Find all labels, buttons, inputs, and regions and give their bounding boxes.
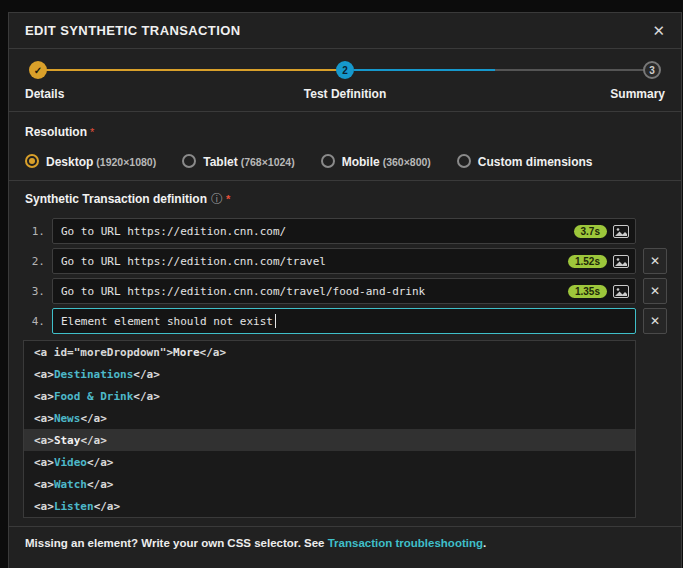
transaction-step-row-1: 1. Go to URL https://edition.cnn.com/ 3.… [23, 218, 667, 244]
radio-unselected-icon [457, 154, 471, 168]
radio-tablet[interactable]: Tablet(768×1024) [182, 152, 294, 170]
suggestion-item[interactable]: <a>News</a> [24, 407, 635, 429]
remove-step-button[interactable]: ✕ [643, 248, 667, 274]
resolution-section: Resolution* Desktop(1920×1080) Tablet(76… [9, 112, 681, 181]
required-asterisk: * [226, 193, 230, 205]
screenshot-icon[interactable] [613, 285, 629, 298]
step-input-1[interactable]: Go to URL https://edition.cnn.com/ 3.7s [52, 218, 636, 244]
step-details-circle[interactable]: ✓ [29, 61, 47, 79]
step-input-4-focused[interactable]: Element element should not exist [52, 308, 636, 334]
resolution-label: Resolution [25, 125, 87, 139]
step-number: 3. [23, 285, 45, 298]
step-number: 4. [23, 315, 45, 328]
dialog-title: EDIT SYNTHETIC TRANSACTION [25, 23, 241, 38]
resolution-radio-group: Desktop(1920×1080) Tablet(768×1024) Mobi… [25, 152, 665, 170]
edit-synthetic-transaction-dialog: EDIT SYNTHETIC TRANSACTION ✕ ✓ 2 3 Detai… [8, 12, 682, 568]
stepper-track-upcoming [495, 69, 645, 71]
duration-badge: 1.52s [568, 255, 607, 268]
definition-label: Synthetic Transaction definition [25, 192, 207, 206]
required-asterisk: * [90, 126, 94, 138]
step-summary-circle[interactable]: 3 [643, 61, 661, 79]
close-icon: ✕ [650, 254, 660, 268]
screenshot-icon[interactable] [613, 255, 629, 268]
step-number: 1. [23, 225, 45, 238]
step-input-2[interactable]: Go to URL https://edition.cnn.com/travel… [52, 248, 636, 274]
info-icon[interactable]: ⓘ [211, 192, 223, 206]
radio-desktop[interactable]: Desktop(1920×1080) [25, 152, 156, 170]
duration-badge: 3.7s [574, 225, 607, 238]
radio-unselected-icon [321, 154, 335, 168]
check-icon: ✓ [34, 65, 42, 76]
missing-element-footer: Missing an element? Write your own CSS s… [9, 526, 681, 563]
suggestion-item[interactable]: <a>Listen</a> [24, 495, 635, 517]
transaction-step-row-3: 3. Go to URL https://edition.cnn.com/tra… [23, 278, 667, 304]
transaction-definition-section: Synthetic Transaction definitionⓘ* 1. Go… [9, 181, 681, 568]
step-label-details: Details [25, 87, 64, 101]
transaction-step-row-2: 2. Go to URL https://edition.cnn.com/tra… [23, 248, 667, 274]
duration-badge: 1.35s [568, 285, 607, 298]
stepper-track-done [45, 69, 337, 71]
suggestion-item[interactable]: <a>Destinations</a> [24, 363, 635, 385]
screenshot-icon[interactable] [613, 225, 629, 238]
dialog-header: EDIT SYNTHETIC TRANSACTION ✕ [9, 13, 681, 49]
close-icon: ✕ [650, 314, 660, 328]
suggestion-item[interactable]: <a id="moreDropdown">More</a> [24, 341, 635, 363]
suggestion-item[interactable]: <a>Video</a> [24, 451, 635, 473]
step-input-3[interactable]: Go to URL https://edition.cnn.com/travel… [52, 278, 636, 304]
radio-mobile[interactable]: Mobile(360×800) [321, 152, 431, 170]
close-icon: ✕ [650, 284, 660, 298]
suggestion-item[interactable]: <a>Watch</a> [24, 473, 635, 495]
troubleshooting-link[interactable]: Transaction troubleshooting [328, 537, 483, 549]
stepper-track-active [354, 69, 495, 71]
wizard-stepper: ✓ 2 3 Details Test Definition Summary [9, 49, 681, 112]
element-suggestions-dropdown: <a id="moreDropdown">More</a> <a>Destina… [23, 340, 636, 518]
step-label-summary: Summary [610, 87, 665, 101]
step-test-definition-circle[interactable]: 2 [336, 61, 354, 79]
remove-step-button[interactable]: ✕ [643, 278, 667, 304]
text-caret [275, 314, 276, 328]
close-icon[interactable]: ✕ [652, 22, 665, 40]
radio-custom-dimensions[interactable]: Custom dimensions [457, 152, 593, 170]
radio-unselected-icon [182, 154, 196, 168]
suggestion-item[interactable]: <a>Food & Drink</a> [24, 385, 635, 407]
transaction-step-row-4: 4. Element element should not exist ✕ [23, 308, 667, 334]
suggestion-item-highlighted[interactable]: <a>Stay</a> [24, 429, 635, 451]
radio-selected-icon [25, 154, 39, 168]
step-label-test-definition: Test Definition [304, 87, 386, 101]
step-number: 2. [23, 255, 45, 268]
remove-step-button[interactable]: ✕ [643, 308, 667, 334]
